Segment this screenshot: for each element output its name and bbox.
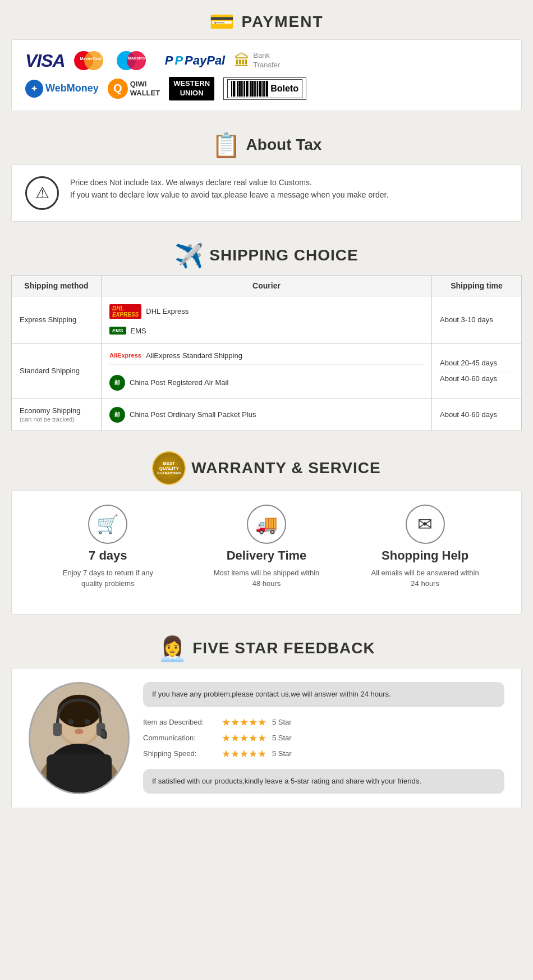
qiwi-logo: Q QIWIWALLET [108,79,160,99]
bank-transfer-logo: 🏛 BankTransfer [234,51,280,70]
table-row: Express Shipping DHLEXPRESS DHL Express … [12,296,522,343]
shipping-stars: ★★★★★ [222,748,266,760]
tax-icon: 📋 [212,131,241,159]
economy-note: (can not be tracked) [20,416,75,423]
shipping-title: SHIPPING CHOICE [209,246,358,264]
svg-point-6 [85,719,90,725]
warranty-header: BEST QUALITY GUARANTEED WARRANTY & SERVI… [0,442,533,491]
tax-box: ⚠ Price does Not include tax. We always … [11,164,522,222]
communication-label: Communication: [143,734,216,742]
ems-logo: EMS [109,327,126,335]
payment-header: 💳 PAYMENT [0,0,533,39]
webmoney-logo: ✦ WebMoney [25,80,99,98]
shipping-table-header-row: Shipping method Courier Shipping time [12,275,522,296]
shipping-header: ✈️ SHIPPING CHOICE [0,233,533,275]
col-courier: Courier [102,275,432,296]
western-union-logo: WESTERNUNION [169,77,214,100]
payment-row-1: VISA MasterCard Maestro P P PayPal 🏛 Ban… [25,50,508,71]
col-time: Shipping time [432,275,522,296]
method-cell: Express Shipping [12,296,102,343]
return-days-title: 7 days [89,548,127,563]
ems-name: EMS [131,327,146,335]
return-days-desc: Enjoy 7 days to return if any quality pr… [52,567,164,589]
tax-section: 📋 About Tax ⚠ Price does Not include tax… [0,122,533,222]
svg-point-7 [75,729,83,734]
delivery-desc: Most items will be shipped within 48 hou… [210,567,323,589]
aliexpress-logo: AliExpress [109,352,141,359]
feedback-title: FIVE STAR FEEDBACK [192,639,375,657]
courier-cell: DHLEXPRESS DHL Express EMS EMS [102,296,432,343]
time-cell: About 20-45 days About 40-60 days [432,343,522,399]
visa-logo: VISA [25,51,65,71]
china-post-small-name: China Post Ordinary Small Packet Plus [130,410,256,419]
time-cell: About 40-60 days [432,399,522,431]
warranty-item-return: 🛒 7 days Enjoy 7 days to return if any q… [52,505,164,589]
described-label: Item as Described: [143,718,216,726]
maestro-logo: Maestro [117,50,156,71]
email-icon: ✉ [406,505,445,544]
rating-row-described: Item as Described: ★★★★★ 5 Star [143,716,504,729]
shipping-label: Shipping Speed: [143,749,216,758]
feedback-box: If you have any problem,please contact u… [11,668,522,808]
shopping-help-desc: All emails will be answered within 24 ho… [369,567,481,589]
shipping-value: 5 Star [272,749,292,758]
dhl-name: DHL Express [146,307,189,315]
described-stars: ★★★★★ [222,716,266,729]
tax-line2: If you want to declare low value to avoi… [70,189,388,201]
feedback-bubble-bottom: If satisfied with our products,kindly le… [143,769,504,794]
svg-rect-9 [53,723,62,736]
cart-icon: 🛒 [88,505,127,544]
payment-row-2: ✦ WebMoney Q QIWIWALLET WESTERNUNION [25,77,508,100]
feedback-ratings: Item as Described: ★★★★★ 5 Star Communic… [143,716,504,760]
warranty-icons-row: 🛒 7 days Enjoy 7 days to return if any q… [29,505,504,589]
courier-cell: 邮 China Post Ordinary Small Packet Plus [102,399,432,431]
time-cell: About 3-10 days [432,296,522,343]
warning-icon: ⚠ [25,176,59,210]
courier-cell: AliExpress AliExpress Standard Shipping … [102,343,432,399]
feedback-bubble-top: If you have any problem,please contact u… [143,682,504,707]
described-value: 5 Star [272,718,292,726]
tax-title: About Tax [246,136,322,154]
warranty-item-help: ✉ Shopping Help All emails will be answe… [369,505,481,589]
aliexpress-shipping-name: AliExpress Standard Shipping [146,351,242,360]
rating-row-shipping: Shipping Speed: ★★★★★ 5 Star [143,748,504,760]
warranty-title: WARRANTY & SERVICE [191,459,380,477]
plane-icon: ✈️ [174,242,204,269]
rating-row-communication: Communication: ★★★★★ 5 Star [143,732,504,744]
truck-icon: 🚚 [247,505,286,544]
china-post-icon: 邮 [109,375,125,391]
table-row: Standard Shipping AliExpress AliExpress … [12,343,522,399]
svg-point-5 [68,719,74,725]
paypal-logo: P P PayPal [165,53,226,68]
method-cell: Standard Shipping [12,343,102,399]
col-method: Shipping method [12,275,102,296]
tax-content: Price does Not include tax. We always de… [70,176,388,202]
feedback-content: If you have any problem,please contact u… [143,682,504,794]
communication-stars: ★★★★★ [222,732,266,744]
payment-icon: 💳 [209,10,235,34]
dhl-logo: DHLEXPRESS [109,304,141,319]
feedback-header: 👩‍💼 FIVE STAR FEEDBACK [0,626,533,668]
tax-header: 📋 About Tax [0,122,533,164]
svg-rect-8 [47,754,112,794]
communication-value: 5 Star [272,734,292,742]
feedback-icon: 👩‍💼 [158,635,187,662]
shipping-table: Shipping method Courier Shipping time Ex… [11,275,522,431]
tax-line1: Price does Not include tax. We always de… [70,176,388,189]
method-cell: Economy Shipping (can not be tracked) [12,399,102,431]
china-post-air-name: China Post Registered Air Mail [130,378,228,387]
warranty-item-delivery: 🚚 Delivery Time Most items will be shipp… [210,505,323,589]
warranty-box: 🛒 7 days Enjoy 7 days to return if any q… [11,491,522,615]
table-row: Economy Shipping (can not be tracked) 邮 … [12,399,522,431]
avatar-svg [30,682,128,794]
best-quality-badge: BEST QUALITY GUARANTEED [152,451,186,485]
payment-title: PAYMENT [241,13,323,31]
china-post-icon-2: 邮 [109,407,125,423]
mastercard-logo: MasterCard [74,50,108,71]
payment-box: VISA MasterCard Maestro P P PayPal 🏛 Ban… [11,39,522,111]
shopping-help-title: Shopping Help [382,548,468,563]
boleto-logo: Boleto [223,77,306,100]
delivery-title: Delivery Time [227,548,307,563]
customer-avatar [29,682,130,794]
